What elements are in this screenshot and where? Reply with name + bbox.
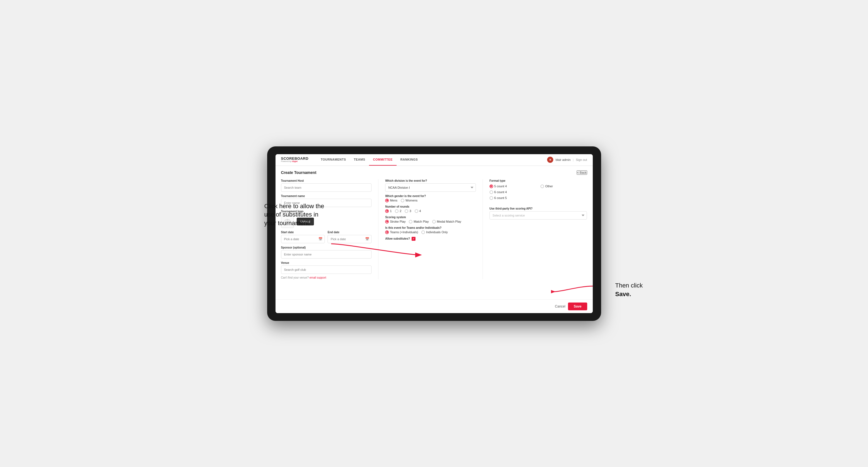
tournament-host-label: Tournament Host (281, 179, 372, 182)
scoring-match-radio[interactable] (409, 220, 412, 223)
rounds-2-option[interactable]: 2 (395, 209, 401, 213)
gender-womens-option[interactable]: Womens (401, 199, 417, 202)
scoring-stroke-option[interactable]: Stroke Play (385, 220, 405, 223)
end-date-label: End date (328, 231, 372, 234)
brand-name: SCOREBOARD (281, 157, 309, 160)
format-6count5-radio[interactable] (490, 196, 493, 200)
annotation-left: Click here to allow the use of substitut… (265, 202, 331, 228)
format-type-group: Format type 5 count 4 Other (490, 179, 587, 200)
arrow-right-icon (551, 281, 595, 294)
gender-label: Which gender is the event for? (385, 194, 476, 197)
scoring-label: Scoring system (385, 216, 476, 219)
form-column-2: Which division is the event for? NCAA Di… (385, 179, 483, 279)
annotation-right: Then click Save. (615, 281, 643, 299)
scoring-medal-radio[interactable] (432, 220, 436, 223)
teams-individuals-group: Is this event for Teams and/or Individua… (385, 226, 476, 234)
format-5count4-option[interactable]: 5 count 4 (490, 185, 536, 188)
page-content: Create Tournament < Back Tournament Host… (276, 166, 593, 300)
scoring-api-label: Use third-party live scoring API? (490, 207, 587, 210)
cancel-button[interactable]: Cancel (555, 305, 565, 308)
save-button[interactable]: Save (568, 303, 587, 310)
avatar: B (547, 157, 553, 163)
gender-womens-radio[interactable] (401, 199, 404, 202)
brand-logo: SCOREBOARD Powered by clippd (281, 157, 309, 162)
venue-input[interactable] (281, 266, 372, 274)
scoring-api-select[interactable]: Select a scoring service (490, 211, 587, 220)
format-5count4-radio[interactable] (490, 185, 493, 188)
format-other-radio[interactable] (540, 185, 544, 188)
tournament-host-group: Tournament Host (281, 179, 372, 192)
nav-divider: | (573, 158, 574, 161)
rounds-2-radio[interactable] (395, 209, 399, 213)
format-type-label: Format type (490, 179, 587, 182)
form-grid: Tournament Host Tournament name Tourname… (281, 179, 587, 279)
format-6count4-radio[interactable] (490, 190, 493, 194)
format-other-option[interactable]: Other (540, 185, 587, 188)
form-column-3: Format type 5 count 4 Other (490, 179, 587, 279)
format-options-grid: 5 count 4 Other 6 count 4 (490, 185, 587, 200)
scoring-medal-option[interactable]: Medal Match Play (432, 220, 461, 223)
start-date-label: Start date (281, 231, 325, 234)
gender-mens-radio[interactable] (385, 199, 389, 202)
start-date-group: Start date 📅 (281, 231, 325, 243)
venue-hint: Can't find your venue? email support (281, 276, 372, 279)
sign-out-link[interactable]: Sign out (576, 158, 587, 161)
page-header: Create Tournament < Back (281, 170, 587, 175)
teams-option[interactable]: Teams (+Individuals) (385, 230, 418, 234)
user-name: blair admin (556, 158, 570, 161)
scoring-api-group: Use third-party live scoring API? Select… (490, 207, 587, 220)
rounds-4-radio[interactable] (415, 209, 418, 213)
rounds-label: Number of rounds (385, 205, 476, 208)
start-date-wrap: 📅 (281, 235, 325, 243)
email-support-link[interactable]: email support (309, 276, 326, 279)
format-6count4-option[interactable]: 6 count 4 (490, 190, 536, 194)
tablet-screen: SCOREBOARD Powered by clippd TOURNAMENTS… (276, 154, 593, 313)
rounds-1-radio[interactable] (385, 209, 389, 213)
brand-powered: Powered by clippd (281, 160, 309, 162)
back-button[interactable]: < Back (577, 170, 587, 175)
calendar-icon: 📅 (318, 237, 322, 241)
rounds-1-option[interactable]: 1 (385, 209, 392, 213)
rounds-group: Number of rounds 1 2 (385, 205, 476, 213)
teams-radio-group: Teams (+Individuals) Individuals Only (385, 230, 476, 234)
individuals-radio[interactable] (421, 230, 425, 234)
scoring-match-option[interactable]: Match Play (409, 220, 429, 223)
nav-user: B blair admin | Sign out (547, 157, 587, 163)
scoring-group: Scoring system Stroke Play Match Play (385, 216, 476, 223)
division-group: Which division is the event for? NCAA Di… (385, 179, 476, 192)
rounds-3-radio[interactable] (405, 209, 408, 213)
individuals-option[interactable]: Individuals Only (421, 230, 448, 234)
form-column-1: Tournament Host Tournament name Tourname… (281, 179, 379, 279)
nav-links: TOURNAMENTS TEAMS COMMITTEE RANKINGS (317, 154, 547, 166)
gender-mens-option[interactable]: Mens (385, 199, 397, 202)
scoring-radio-group: Stroke Play Match Play Medal Match Play (385, 220, 476, 223)
division-label: Which division is the event for? (385, 179, 476, 182)
venue-label: Venue (281, 261, 372, 264)
tournament-host-input[interactable] (281, 183, 372, 192)
tournament-name-label: Tournament name (281, 194, 372, 197)
scoring-stroke-radio[interactable] (385, 220, 389, 223)
arrow-left-icon (329, 238, 423, 260)
nav-rankings[interactable]: RANKINGS (397, 154, 422, 166)
venue-group: Venue Can't find your venue? email suppo… (281, 261, 372, 279)
gender-radio-group: Mens Womens (385, 199, 476, 202)
gender-group: Which gender is the event for? Mens Wome… (385, 194, 476, 202)
format-6count5-option[interactable]: 6 count 5 (490, 196, 536, 200)
nav-tournaments[interactable]: TOURNAMENTS (317, 154, 350, 166)
rounds-3-option[interactable]: 3 (405, 209, 411, 213)
nav-teams[interactable]: TEAMS (350, 154, 369, 166)
page-footer: Cancel Save (276, 300, 593, 313)
navbar: SCOREBOARD Powered by clippd TOURNAMENTS… (276, 154, 593, 166)
nav-committee[interactable]: COMMITTEE (369, 154, 397, 166)
teams-radio[interactable] (385, 230, 389, 234)
rounds-4-option[interactable]: 4 (415, 209, 421, 213)
page-title: Create Tournament (281, 170, 316, 175)
tablet-device: SCOREBOARD Powered by clippd TOURNAMENTS… (267, 146, 601, 321)
rounds-radio-group: 1 2 3 (385, 209, 476, 213)
teams-individuals-label: Is this event for Teams and/or Individua… (385, 226, 476, 229)
division-select[interactable]: NCAA Division I (385, 183, 476, 192)
